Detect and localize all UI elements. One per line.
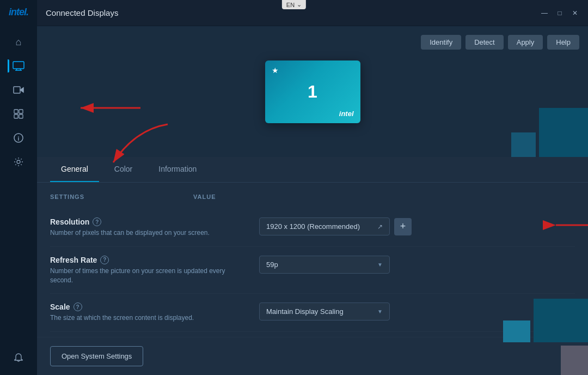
monitor-star: ★ (272, 66, 354, 75)
resolution-desc: Number of pixels that can be displayed o… (50, 228, 246, 238)
help-button[interactable]: Help (547, 35, 579, 50)
settings-header: SETTINGS VALUE (50, 193, 575, 200)
resolution-label: Resolution ? (50, 217, 246, 226)
resolution-dropdown[interactable]: 1920 x 1200 (Recommended) ↗ (259, 217, 390, 235)
detect-button[interactable]: Detect (465, 35, 504, 50)
svg-marker-5 (20, 88, 23, 92)
sidebar-item-home[interactable]: ⌂ (8, 31, 29, 53)
resolution-plus-button[interactable]: + (394, 218, 412, 235)
lang-label: EN (286, 2, 295, 8)
sidebar-item-notifications[interactable] (8, 347, 29, 368)
svg-text:i: i (18, 136, 20, 142)
open-system-settings-button[interactable]: Open System Settings (50, 346, 143, 366)
minimize-button[interactable]: — (540, 9, 549, 17)
scale-value: Maintain Display Scaling (266, 307, 373, 316)
monitor-card: ★ 1 intel (265, 61, 360, 123)
scale-dropdown[interactable]: Maintain Display Scaling ▼ (259, 303, 390, 320)
sidebar-item-settings[interactable] (8, 151, 29, 173)
cursor-icon: ↗ (377, 223, 383, 231)
top-buttons: Identify Detect Apply Help (421, 35, 579, 50)
scale-control: Maintain Display Scaling ▼ (259, 303, 390, 320)
svg-rect-7 (19, 110, 23, 113)
refresh-rate-label: Refresh Rate ? (50, 256, 246, 264)
settings-panel: SETTINGS VALUE Resolution ? Number of pi… (37, 183, 588, 337)
tab-color[interactable]: Color (103, 157, 143, 182)
refresh-rate-desc: Number of times the picture on your scre… (50, 267, 246, 285)
svg-rect-9 (19, 114, 23, 118)
scale-label: Scale ? (50, 303, 246, 311)
svg-rect-4 (14, 87, 20, 93)
col-settings-label: SETTINGS (50, 193, 84, 200)
sidebar-item-display[interactable] (8, 55, 29, 77)
display-preview: Identify Detect Apply Help ★ 1 intel (37, 26, 588, 157)
monitor-number: 1 (272, 75, 354, 110)
resolution-row: Resolution ? Number of pixels that can b… (50, 209, 575, 247)
window-controls: — □ ✕ (540, 9, 579, 17)
refresh-rate-info: Refresh Rate ? Number of times the pictu… (50, 256, 246, 285)
arrow-plus-button (537, 214, 588, 236)
refresh-rate-help-icon[interactable]: ? (100, 256, 109, 264)
bottom-bar: Open System Settings (37, 337, 588, 375)
chevron-down-icon: ▼ (377, 262, 383, 268)
rotation-row: Rotation ? (50, 332, 575, 337)
refresh-rate-value: 59p (266, 261, 373, 269)
tab-information[interactable]: Information (148, 157, 207, 182)
sidebar-item-info[interactable]: i (8, 127, 29, 149)
svg-rect-8 (14, 114, 18, 118)
monitor-brand: intel (272, 110, 354, 118)
title-bar: Connected Displays — □ ✕ (37, 0, 588, 26)
scale-row: Scale ? The size at which the screen con… (50, 294, 575, 332)
sidebar-item-grid[interactable] (8, 103, 29, 125)
scale-chevron-icon: ▼ (377, 309, 383, 314)
refresh-rate-row: Refresh Rate ? Number of times the pictu… (50, 247, 575, 294)
language-selector[interactable]: EN ⌄ (282, 0, 306, 9)
scale-help-icon[interactable]: ? (74, 303, 82, 311)
resolution-info: Resolution ? Number of pixels that can b… (50, 217, 246, 238)
svg-point-12 (17, 160, 20, 164)
close-button[interactable]: ✕ (571, 9, 579, 17)
apply-button[interactable]: Apply (508, 35, 543, 50)
col-value-label: VALUE (193, 193, 216, 200)
resolution-control: 1920 x 1200 (Recommended) ↗ + (259, 217, 412, 235)
scale-desc: The size at which the screen content is … (50, 313, 246, 323)
app-title: Connected Displays (46, 8, 118, 17)
intel-logo: intel. (9, 7, 28, 18)
sidebar: intel. ⌂ i (0, 0, 37, 375)
resolution-value: 1920 x 1200 (Recommended) (266, 222, 373, 231)
maximize-button[interactable]: □ (555, 9, 564, 17)
svg-rect-0 (13, 62, 24, 69)
main-content: Connected Displays — □ ✕ Identify Detect… (37, 0, 588, 375)
refresh-rate-dropdown[interactable]: 59p ▼ (259, 256, 390, 274)
tabs: General Color Information (37, 157, 588, 183)
sidebar-item-video[interactable] (8, 79, 29, 101)
resolution-help-icon[interactable]: ? (93, 217, 101, 226)
svg-rect-6 (14, 110, 18, 113)
scale-info: Scale ? The size at which the screen con… (50, 303, 246, 323)
lang-arrow: ⌄ (297, 1, 302, 8)
tab-general[interactable]: General (50, 157, 99, 182)
identify-button[interactable]: Identify (421, 35, 461, 50)
refresh-rate-control: 59p ▼ (259, 256, 390, 274)
